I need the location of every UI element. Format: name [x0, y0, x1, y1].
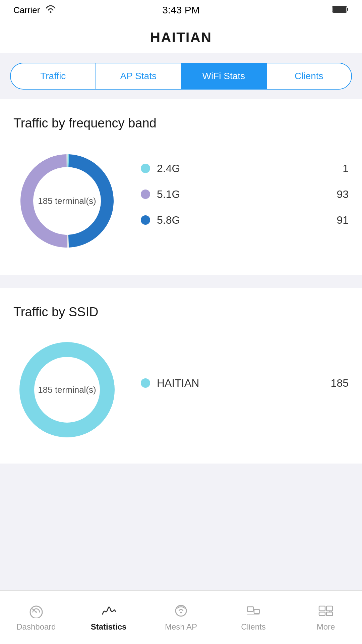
bottom-nav: Dashboard Statistics Mesh AP — [0, 590, 362, 644]
nav-clients[interactable]: Clients — [217, 603, 290, 632]
svg-point-11 — [36, 611, 37, 613]
svg-rect-15 — [254, 609, 259, 613]
legend-dot-haitian — [141, 378, 150, 388]
nav-more-label: More — [317, 622, 335, 632]
battery-icon — [332, 5, 349, 15]
frequency-legend: 2.4G 1 5.1G 93 5.8G 91 — [141, 162, 349, 240]
legend-label-51g: 5.1G — [157, 188, 180, 201]
legend-item-24g: 2.4G 1 — [141, 162, 349, 175]
svg-rect-18 — [326, 606, 333, 611]
nav-dashboard[interactable]: Dashboard — [0, 603, 72, 632]
dashboard-icon — [27, 603, 45, 620]
status-left: Carrier — [13, 4, 57, 16]
nav-clients-label: Clients — [241, 622, 265, 632]
frequency-donut-chart: 185 terminal(s) — [13, 147, 121, 255]
svg-rect-19 — [319, 612, 325, 615]
status-time: 3:43 PM — [162, 4, 200, 16]
svg-point-0 — [50, 11, 52, 13]
app-header: HAITIAN — [0, 20, 362, 53]
legend-item-51g: 5.1G 93 — [141, 188, 349, 201]
frequency-chart-row: 185 terminal(s) 2.4G 1 5.1G 93 — [13, 147, 349, 255]
legend-item-58g: 5.8G 91 — [141, 214, 349, 226]
statistics-icon — [100, 603, 117, 620]
clients-icon — [245, 603, 262, 620]
legend-label-24g: 2.4G — [157, 162, 180, 175]
ssid-chart-row: 185 terminal(s) HAITIAN 185 — [13, 336, 349, 443]
legend-dot-51g — [141, 190, 150, 199]
tab-bar-container: Traffic AP Stats WiFi Stats Clients — [0, 53, 362, 99]
more-icon — [317, 603, 335, 620]
status-right — [332, 5, 349, 15]
svg-marker-20 — [326, 612, 333, 615]
legend-label-58g: 5.8G — [157, 214, 180, 226]
nav-more[interactable]: More — [290, 603, 362, 632]
wifi-signal-icon — [45, 4, 57, 16]
ssid-donut-chart: 185 terminal(s) — [13, 336, 121, 443]
status-bar: Carrier 3:43 PM — [0, 0, 362, 20]
tab-clients[interactable]: Clients — [267, 63, 352, 89]
frequency-donut-center: 185 terminal(s) — [38, 196, 96, 206]
legend-value-51g: 93 — [337, 188, 349, 201]
legend-item-haitian: HAITIAN 185 — [141, 377, 349, 389]
carrier-label: Carrier — [13, 5, 40, 15]
nav-statistics[interactable]: Statistics — [72, 603, 145, 632]
svg-rect-17 — [319, 606, 325, 611]
legend-value-24g: 1 — [343, 162, 349, 175]
app-title: HAITIAN — [0, 30, 362, 46]
svg-rect-3 — [333, 7, 346, 12]
tab-traffic[interactable]: Traffic — [11, 63, 96, 89]
legend-value-haitian: 185 — [331, 377, 349, 389]
tab-wifi-stats[interactable]: WiFi Stats — [181, 63, 267, 89]
section-separator — [0, 281, 362, 288]
ssid-section-title: Traffic by SSID — [13, 305, 349, 319]
svg-point-13 — [180, 611, 182, 613]
ssid-section: Traffic by SSID 185 terminal(s) HAITIAN … — [0, 288, 362, 464]
legend-label-haitian: HAITIAN — [157, 377, 199, 389]
nav-mesh-ap-label: Mesh AP — [165, 622, 197, 632]
tab-ap-stats[interactable]: AP Stats — [96, 63, 182, 89]
nav-mesh-ap[interactable]: Mesh AP — [145, 603, 217, 632]
frequency-section-title: Traffic by frequency band — [13, 116, 349, 130]
ssid-donut-center: 185 terminal(s) — [38, 385, 96, 395]
bottom-spacer — [0, 470, 362, 531]
legend-dot-58g — [141, 215, 150, 225]
legend-value-58g: 91 — [337, 214, 349, 226]
ssid-legend: HAITIAN 185 — [141, 377, 349, 403]
mesh-ap-icon — [172, 603, 190, 620]
nav-statistics-label: Statistics — [91, 622, 127, 632]
nav-dashboard-label: Dashboard — [16, 622, 56, 632]
frequency-band-section: Traffic by frequency band — [0, 99, 362, 275]
legend-dot-24g — [141, 164, 150, 173]
svg-rect-2 — [347, 8, 348, 11]
svg-rect-14 — [247, 607, 253, 611]
tabs-group: Traffic AP Stats WiFi Stats Clients — [10, 63, 352, 90]
